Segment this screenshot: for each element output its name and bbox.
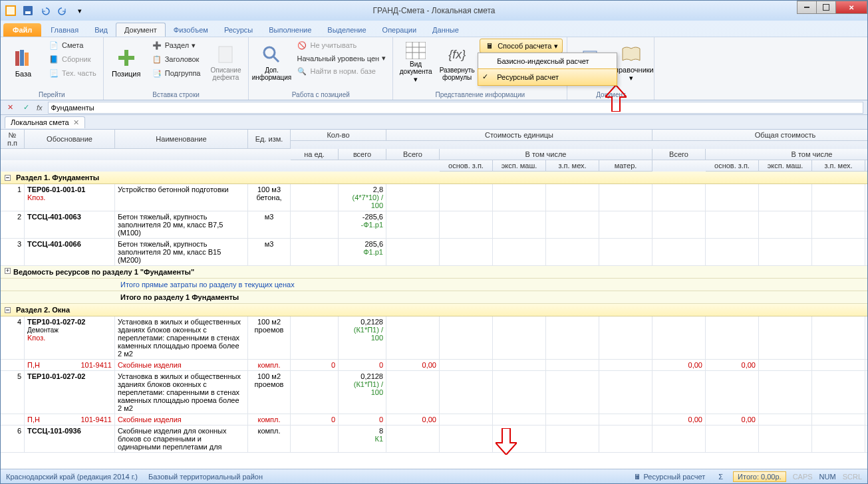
status-total[interactable]: Итого: 0,00р. xyxy=(733,471,786,482)
col-np[interactable]: № п.п xyxy=(1,130,25,149)
col-zpmex1[interactable]: з.п. мех. xyxy=(546,160,599,172)
close-button[interactable] xyxy=(835,1,867,14)
subgroup-button[interactable]: 📑Подгруппа xyxy=(149,66,204,80)
table-row[interactable]: 5 ТЕР10-01-027-02 Установка в жилых и об… xyxy=(1,371,867,414)
status-region[interactable]: Краснодарский край (редакция 2014 г.) xyxy=(6,473,138,481)
tab-resources[interactable]: Ресурсы xyxy=(216,23,261,37)
expand-button[interactable]: {fx} Развернуть формулы xyxy=(438,39,476,84)
svg-rect-4 xyxy=(15,51,19,66)
razdel-button[interactable]: ➕Раздел ▾ xyxy=(149,39,204,52)
tech-button[interactable]: 📃Тех. часть xyxy=(46,66,99,80)
qat-undo-icon[interactable] xyxy=(38,3,53,18)
table-row[interactable]: 1 ТЕР06-01-001-01Kпоз. Устройство бетонн… xyxy=(1,184,867,211)
qat-redo-icon[interactable] xyxy=(55,3,70,18)
method-opt-basic[interactable]: Базисно-индексный расчет xyxy=(478,53,617,69)
viddoc-label: Вид документа xyxy=(397,60,434,75)
tab-file[interactable]: Файл xyxy=(3,23,41,37)
minimize-button[interactable] xyxy=(797,1,817,14)
table-row[interactable]: 4 ТЕР10-01-027-02ДемонтажKпоз. Установка… xyxy=(1,316,867,360)
col-eksp2[interactable]: эксп. маш. xyxy=(759,160,812,172)
col-stoed[interactable]: Стоимость единицы xyxy=(386,130,652,141)
tab-document[interactable]: Документ xyxy=(116,23,166,37)
maximize-button[interactable] xyxy=(816,1,836,14)
book-icon: 📘 xyxy=(49,54,59,64)
col-obst[interactable]: Общая стоимость xyxy=(652,130,867,141)
col-kolvsego[interactable]: всего xyxy=(339,149,386,160)
tab-data[interactable]: Данные xyxy=(424,23,467,37)
ban-icon: 🚫 xyxy=(297,40,307,51)
dopinfo-button[interactable]: Доп. информация xyxy=(253,39,290,84)
col-vtom2[interactable]: В том числе xyxy=(706,149,867,160)
col-zpmex2[interactable]: з.п. мех. xyxy=(812,160,865,172)
qat-app-icon[interactable] xyxy=(3,3,18,18)
col-vsego2[interactable]: Всего xyxy=(652,149,706,160)
col-vtom1[interactable]: В том числе xyxy=(440,149,652,160)
cancel-icon[interactable]: ✕ xyxy=(5,102,15,113)
col-mater1[interactable]: матер. xyxy=(599,160,652,172)
book-open-icon xyxy=(621,43,642,64)
collapse-icon[interactable]: − xyxy=(5,307,11,313)
position-button[interactable]: Позиция xyxy=(108,39,145,84)
col-osn1[interactable]: основ. з.п. xyxy=(440,160,493,172)
status-zone[interactable]: Базовый территориальный район xyxy=(148,473,263,481)
subtotal-row[interactable]: Итого прямые затраты по разделу в текущи… xyxy=(1,279,867,291)
subtotal-row[interactable]: Итого по разделу 1 Фундаменты xyxy=(1,291,867,304)
tab-execution[interactable]: Выполнение xyxy=(261,23,319,37)
method-button[interactable]: 🖩 Способ расчета ▾ xyxy=(480,39,563,53)
viddoc-button[interactable]: Вид документа ▾ xyxy=(397,39,434,84)
qat-save-icon[interactable] xyxy=(21,3,35,18)
titlebar: ▾ ГРАНД-Смета - Локальная смета xyxy=(1,1,867,21)
find-button[interactable]: 🔍Найти в норм. базе xyxy=(294,64,388,78)
col-osn2[interactable]: основ. з.п. xyxy=(706,160,759,172)
table-icon xyxy=(405,41,426,59)
col-ed[interactable]: Ед. изм. xyxy=(248,130,291,149)
status-calc[interactable]: 🖩 Ресурсный расчет xyxy=(631,471,708,482)
col-kolvo[interactable]: Кол-во xyxy=(291,130,386,141)
col-mater2[interactable]: матер. xyxy=(865,160,867,172)
section-1[interactable]: −Раздел 1. Фундаменты xyxy=(1,172,867,184)
col-obos[interactable]: Обоснование xyxy=(25,130,115,149)
document-tab[interactable]: Локальная смета ✕ xyxy=(5,116,85,128)
level-button[interactable]: Начальный уровень цен ▾ xyxy=(294,53,388,64)
group-goto-label: Перейти xyxy=(5,90,99,100)
base-button[interactable]: База xyxy=(5,39,42,84)
svg-rect-1 xyxy=(7,7,15,15)
table-row[interactable]: П,Н 101-9411 Скобяные изделия компл. 0 0… xyxy=(1,360,867,371)
table-row[interactable]: П,Н101-9411 Скобяные изделия компл. 0 0 … xyxy=(1,414,867,425)
close-tab-icon[interactable]: ✕ xyxy=(73,118,79,127)
sbornik-button[interactable]: 📘Сборник xyxy=(46,53,99,66)
section-2[interactable]: −Раздел 2. Окна xyxy=(1,304,867,316)
notcount-button[interactable]: 🚫Не учитывать xyxy=(294,39,388,52)
col-eksp1[interactable]: эксп. маш. xyxy=(493,160,546,172)
status-sum[interactable]: Σ xyxy=(715,471,726,482)
qat-dropdown-icon[interactable]: ▾ xyxy=(72,3,87,18)
tab-phys[interactable]: Физобъем xyxy=(166,23,216,37)
formula-input[interactable] xyxy=(48,102,863,114)
method-opt-resource[interactable]: ✓ Ресурсный расчет xyxy=(478,68,617,86)
resources-summary[interactable]: +Ведомость ресурсов по разделу 1 "Фундам… xyxy=(1,266,867,279)
table-row[interactable]: 2 ТССЦ-401-0063 Бетон тяжелый, крупность… xyxy=(1,211,867,239)
col-naim[interactable]: Наименование xyxy=(115,130,248,149)
col-kolna[interactable]: на ед. xyxy=(291,149,339,160)
defect-desc-button[interactable]: Описание дефекта xyxy=(207,39,244,84)
table-row[interactable]: 3 ТССЦ-401-0066 Бетон тяжелый, крупность… xyxy=(1,239,867,266)
group-insert-label: Вставка строки xyxy=(108,90,245,100)
fx-icon: {fx} xyxy=(446,44,468,65)
col-vsego1[interactable]: Всего xyxy=(386,149,440,160)
tab-main[interactable]: Главная xyxy=(43,23,86,37)
tab-selection[interactable]: Выделение xyxy=(319,23,374,37)
header-button[interactable]: 📋Заголовок xyxy=(149,53,204,66)
table-row[interactable]: 6 ТССЦ-101-0936 Скобяные изделия для око… xyxy=(1,425,867,453)
svg-rect-8 xyxy=(118,56,134,60)
accept-icon[interactable]: ✓ xyxy=(21,102,31,113)
ribbon-tabs: Файл Главная Вид Документ Физобъем Ресур… xyxy=(1,21,867,37)
smeta-button[interactable]: 📄Смета xyxy=(46,39,99,52)
formula-bar: ✕ ✓ fx xyxy=(1,100,867,115)
collapse-icon[interactable]: − xyxy=(5,175,11,181)
expand-icon[interactable]: + xyxy=(5,268,11,274)
tab-operations[interactable]: Операции xyxy=(374,23,424,37)
ref-button[interactable]: Справочники ▾ xyxy=(613,39,650,84)
group-repr-label: Представление информации xyxy=(397,90,563,100)
group-work-label: Работа с позицией xyxy=(253,90,388,100)
tab-view[interactable]: Вид xyxy=(86,23,116,37)
